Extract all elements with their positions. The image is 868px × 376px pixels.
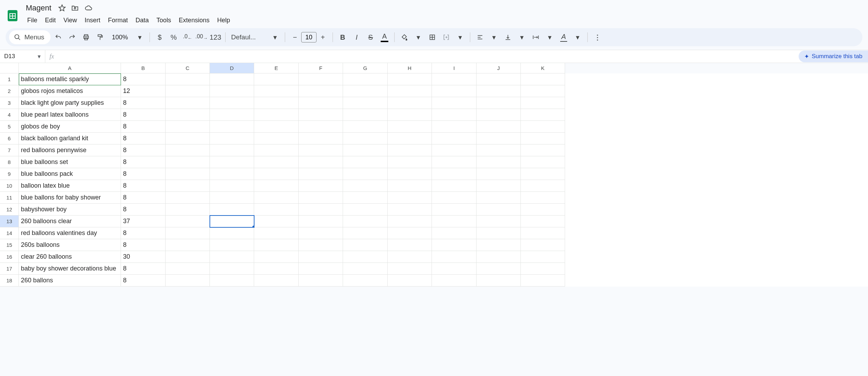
cell[interactable] (477, 263, 521, 275)
cell[interactable] (477, 275, 521, 287)
cell[interactable] (343, 109, 388, 121)
cell[interactable] (432, 97, 477, 109)
borders-button[interactable] (426, 31, 439, 44)
cell[interactable] (521, 85, 565, 97)
row-header[interactable]: 7 (0, 144, 19, 156)
cell[interactable] (299, 192, 343, 204)
menu-data[interactable]: Data (132, 15, 152, 26)
cell[interactable]: 260s balloons (19, 239, 121, 251)
cell[interactable]: globos de boy (19, 121, 121, 133)
cell[interactable] (388, 263, 432, 275)
cell[interactable] (432, 227, 477, 239)
cell[interactable] (388, 144, 432, 156)
cell[interactable] (477, 227, 521, 239)
cell[interactable] (388, 121, 432, 133)
cell[interactable] (299, 275, 343, 287)
cell[interactable] (343, 156, 388, 168)
cell[interactable]: 8 (121, 133, 166, 144)
valign-dropdown-icon[interactable]: ▾ (516, 31, 528, 44)
cell[interactable] (343, 133, 388, 144)
cell[interactable] (210, 239, 254, 251)
cell[interactable]: blue pearl latex balloons (19, 109, 121, 121)
cell[interactable] (432, 85, 477, 97)
cell[interactable]: balloons metallic sparkly (19, 73, 121, 85)
row-header[interactable]: 15 (0, 239, 19, 251)
star-icon[interactable] (58, 4, 66, 12)
cell[interactable]: clear 260 balloons (19, 251, 121, 263)
column-header-I[interactable]: I (432, 63, 477, 73)
row-header[interactable]: 5 (0, 121, 19, 133)
zoom-select[interactable]: 100% (108, 31, 132, 44)
cell[interactable] (254, 73, 299, 85)
font-family-select[interactable]: Defaul... (229, 33, 267, 42)
cell[interactable] (388, 156, 432, 168)
cell[interactable] (521, 144, 565, 156)
cell[interactable]: 30 (121, 251, 166, 263)
cell[interactable] (343, 251, 388, 263)
increase-decimal-button[interactable]: .00→ (195, 31, 208, 44)
cell[interactable] (477, 73, 521, 85)
cell[interactable] (299, 97, 343, 109)
column-header-B[interactable]: B (121, 63, 166, 73)
row-header[interactable]: 2 (0, 85, 19, 97)
cell[interactable]: 8 (121, 168, 166, 180)
cell[interactable] (521, 133, 565, 144)
cell[interactable] (210, 156, 254, 168)
cell[interactable] (432, 180, 477, 192)
cell[interactable]: 8 (121, 275, 166, 287)
cell[interactable]: black light glow party supplies (19, 97, 121, 109)
text-rotation-button[interactable]: A (557, 31, 570, 44)
cell[interactable] (210, 168, 254, 180)
row-header[interactable]: 16 (0, 251, 19, 263)
cell[interactable] (477, 239, 521, 251)
cell[interactable] (521, 251, 565, 263)
cell[interactable] (388, 275, 432, 287)
cell[interactable] (388, 239, 432, 251)
font-size-input[interactable] (301, 32, 317, 42)
cell[interactable] (210, 227, 254, 239)
cloud-status-icon[interactable] (84, 4, 93, 12)
horizontal-align-button[interactable] (474, 31, 486, 44)
cell[interactable] (299, 168, 343, 180)
row-header[interactable]: 4 (0, 109, 19, 121)
cell[interactable] (210, 192, 254, 204)
cell[interactable] (254, 227, 299, 239)
cell[interactable] (388, 85, 432, 97)
cell[interactable] (477, 97, 521, 109)
cell[interactable] (210, 204, 254, 216)
cell[interactable] (166, 121, 210, 133)
cell[interactable] (521, 239, 565, 251)
cell[interactable] (521, 109, 565, 121)
cell[interactable]: 8 (121, 263, 166, 275)
cell[interactable] (210, 180, 254, 192)
cell[interactable] (299, 121, 343, 133)
cell[interactable] (299, 109, 343, 121)
cell[interactable] (521, 204, 565, 216)
cell[interactable]: blue ballons for baby shower (19, 192, 121, 204)
menu-edit[interactable]: Edit (41, 15, 59, 26)
cell[interactable] (477, 133, 521, 144)
cell[interactable]: 8 (121, 73, 166, 85)
merge-dropdown-icon[interactable]: ▾ (454, 31, 466, 44)
cell[interactable] (521, 156, 565, 168)
cell[interactable] (254, 263, 299, 275)
cell[interactable] (254, 97, 299, 109)
column-header-K[interactable]: K (521, 63, 565, 73)
cell[interactable] (343, 263, 388, 275)
cell[interactable] (210, 263, 254, 275)
cell[interactable] (432, 133, 477, 144)
cell[interactable] (388, 216, 432, 227)
cell[interactable] (388, 133, 432, 144)
cell[interactable] (299, 239, 343, 251)
merge-cells-button[interactable] (440, 31, 452, 44)
cell[interactable] (254, 275, 299, 287)
cell[interactable] (388, 180, 432, 192)
cell[interactable] (166, 251, 210, 263)
rotation-dropdown-icon[interactable]: ▾ (571, 31, 584, 44)
cell[interactable] (343, 97, 388, 109)
cell[interactable] (254, 121, 299, 133)
decrease-decimal-button[interactable]: .0← (181, 31, 194, 44)
cell[interactable] (477, 109, 521, 121)
cell[interactable] (299, 133, 343, 144)
vertical-align-button[interactable] (502, 31, 514, 44)
